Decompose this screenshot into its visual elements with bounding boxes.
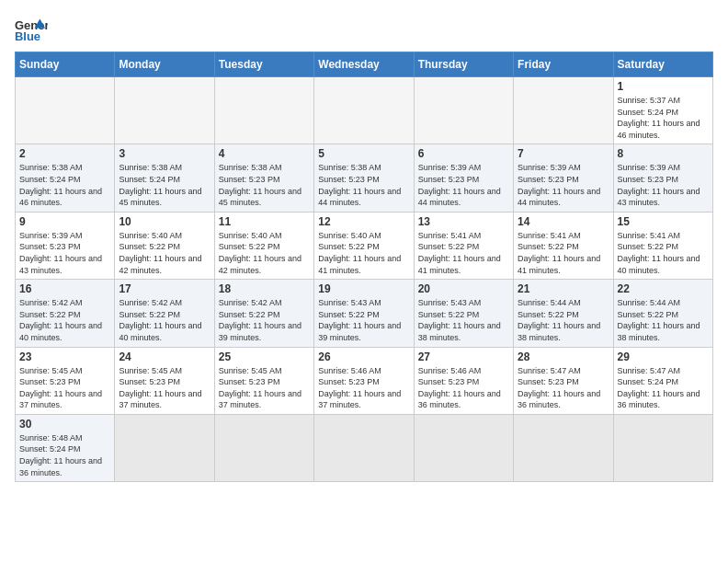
logo: General Blue	[15, 15, 48, 44]
calendar-week-row: 16Sunrise: 5:42 AMSunset: 5:22 PMDayligh…	[16, 280, 713, 347]
calendar-day-cell: 13Sunrise: 5:41 AMSunset: 5:22 PMDayligh…	[414, 212, 513, 279]
calendar-day-cell	[414, 414, 513, 481]
day-info: Sunrise: 5:44 AMSunset: 5:22 PMDaylight:…	[518, 297, 609, 343]
svg-text:Blue: Blue	[15, 29, 40, 43]
calendar: SundayMondayTuesdayWednesdayThursdayFrid…	[15, 52, 713, 482]
weekday-header: Sunday	[16, 52, 115, 77]
calendar-day-cell: 25Sunrise: 5:45 AMSunset: 5:23 PMDayligh…	[214, 347, 313, 414]
day-info: Sunrise: 5:47 AMSunset: 5:23 PMDaylight:…	[518, 365, 609, 411]
header: General Blue	[15, 15, 713, 44]
calendar-day-cell	[314, 77, 414, 144]
day-info: Sunrise: 5:46 AMSunset: 5:23 PMDaylight:…	[318, 365, 409, 411]
day-info: Sunrise: 5:39 AMSunset: 5:23 PMDaylight:…	[518, 162, 609, 208]
calendar-day-cell: 23Sunrise: 5:45 AMSunset: 5:23 PMDayligh…	[16, 347, 115, 414]
day-number: 21	[518, 282, 609, 295]
day-number: 3	[119, 147, 210, 160]
day-info: Sunrise: 5:43 AMSunset: 5:22 PMDaylight:…	[318, 297, 409, 343]
day-number: 16	[19, 282, 110, 295]
calendar-day-cell: 21Sunrise: 5:44 AMSunset: 5:22 PMDayligh…	[514, 280, 613, 347]
calendar-day-cell: 16Sunrise: 5:42 AMSunset: 5:22 PMDayligh…	[16, 280, 115, 347]
day-number: 17	[119, 282, 210, 295]
calendar-day-cell: 8Sunrise: 5:39 AMSunset: 5:23 PMDaylight…	[613, 144, 712, 212]
calendar-day-cell	[514, 77, 613, 144]
calendar-day-cell	[514, 414, 613, 481]
day-info: Sunrise: 5:38 AMSunset: 5:23 PMDaylight:…	[318, 162, 409, 208]
calendar-day-cell: 19Sunrise: 5:43 AMSunset: 5:22 PMDayligh…	[314, 280, 414, 347]
calendar-day-cell: 28Sunrise: 5:47 AMSunset: 5:23 PMDayligh…	[514, 347, 613, 414]
day-info: Sunrise: 5:41 AMSunset: 5:22 PMDaylight:…	[518, 230, 609, 276]
calendar-week-row: 9Sunrise: 5:39 AMSunset: 5:23 PMDaylight…	[16, 212, 713, 279]
day-info: Sunrise: 5:45 AMSunset: 5:23 PMDaylight:…	[219, 365, 310, 411]
calendar-day-cell: 20Sunrise: 5:43 AMSunset: 5:22 PMDayligh…	[414, 280, 513, 347]
day-number: 25	[219, 350, 310, 363]
calendar-day-cell: 18Sunrise: 5:42 AMSunset: 5:22 PMDayligh…	[214, 280, 313, 347]
day-number: 27	[418, 350, 509, 363]
calendar-day-cell: 7Sunrise: 5:39 AMSunset: 5:23 PMDaylight…	[514, 144, 613, 212]
day-number: 10	[119, 215, 210, 228]
day-number: 15	[618, 215, 709, 228]
day-info: Sunrise: 5:42 AMSunset: 5:22 PMDaylight:…	[219, 297, 310, 343]
calendar-day-cell: 24Sunrise: 5:45 AMSunset: 5:23 PMDayligh…	[115, 347, 214, 414]
day-number: 28	[518, 350, 609, 363]
day-info: Sunrise: 5:40 AMSunset: 5:22 PMDaylight:…	[318, 230, 409, 276]
calendar-day-cell	[16, 77, 115, 144]
weekday-header: Friday	[514, 52, 613, 77]
calendar-day-cell: 15Sunrise: 5:41 AMSunset: 5:22 PMDayligh…	[613, 212, 712, 279]
weekday-header: Saturday	[613, 52, 712, 77]
day-info: Sunrise: 5:38 AMSunset: 5:24 PMDaylight:…	[119, 162, 210, 208]
day-number: 9	[19, 215, 110, 228]
calendar-day-cell	[214, 414, 313, 481]
calendar-day-cell: 29Sunrise: 5:47 AMSunset: 5:24 PMDayligh…	[613, 347, 712, 414]
day-number: 29	[618, 350, 709, 363]
day-number: 5	[318, 147, 409, 160]
calendar-day-cell: 6Sunrise: 5:39 AMSunset: 5:23 PMDaylight…	[414, 144, 513, 212]
calendar-day-cell: 1Sunrise: 5:37 AMSunset: 5:24 PMDaylight…	[613, 77, 712, 144]
calendar-day-cell: 26Sunrise: 5:46 AMSunset: 5:23 PMDayligh…	[314, 347, 414, 414]
weekday-header: Tuesday	[214, 52, 313, 77]
day-info: Sunrise: 5:39 AMSunset: 5:23 PMDaylight:…	[418, 162, 509, 208]
calendar-day-cell: 12Sunrise: 5:40 AMSunset: 5:22 PMDayligh…	[314, 212, 414, 279]
calendar-day-cell	[613, 414, 712, 481]
calendar-day-cell	[414, 77, 513, 144]
day-info: Sunrise: 5:42 AMSunset: 5:22 PMDaylight:…	[119, 297, 210, 343]
day-number: 2	[19, 147, 110, 160]
calendar-day-cell: 14Sunrise: 5:41 AMSunset: 5:22 PMDayligh…	[514, 212, 613, 279]
calendar-header-row: SundayMondayTuesdayWednesdayThursdayFrid…	[16, 52, 713, 77]
day-info: Sunrise: 5:42 AMSunset: 5:22 PMDaylight:…	[19, 297, 110, 343]
calendar-day-cell: 27Sunrise: 5:46 AMSunset: 5:23 PMDayligh…	[414, 347, 513, 414]
day-number: 23	[19, 350, 110, 363]
day-info: Sunrise: 5:43 AMSunset: 5:22 PMDaylight:…	[418, 297, 509, 343]
calendar-day-cell: 10Sunrise: 5:40 AMSunset: 5:22 PMDayligh…	[115, 212, 214, 279]
calendar-day-cell: 2Sunrise: 5:38 AMSunset: 5:24 PMDaylight…	[16, 144, 115, 212]
calendar-day-cell: 22Sunrise: 5:44 AMSunset: 5:22 PMDayligh…	[613, 280, 712, 347]
day-number: 11	[219, 215, 310, 228]
day-info: Sunrise: 5:47 AMSunset: 5:24 PMDaylight:…	[618, 365, 709, 411]
weekday-header: Thursday	[414, 52, 513, 77]
day-info: Sunrise: 5:37 AMSunset: 5:24 PMDaylight:…	[618, 95, 709, 141]
calendar-week-row: 1Sunrise: 5:37 AMSunset: 5:24 PMDaylight…	[16, 77, 713, 144]
day-info: Sunrise: 5:41 AMSunset: 5:22 PMDaylight:…	[618, 230, 709, 276]
day-info: Sunrise: 5:38 AMSunset: 5:24 PMDaylight:…	[19, 162, 110, 208]
calendar-day-cell	[314, 414, 414, 481]
day-number: 7	[518, 147, 609, 160]
day-number: 12	[318, 215, 409, 228]
calendar-day-cell	[115, 414, 214, 481]
day-info: Sunrise: 5:45 AMSunset: 5:23 PMDaylight:…	[119, 365, 210, 411]
weekday-header: Monday	[115, 52, 214, 77]
day-number: 20	[418, 282, 509, 295]
day-info: Sunrise: 5:41 AMSunset: 5:22 PMDaylight:…	[418, 230, 509, 276]
calendar-day-cell	[115, 77, 214, 144]
day-number: 22	[618, 282, 709, 295]
day-info: Sunrise: 5:48 AMSunset: 5:24 PMDaylight:…	[19, 432, 110, 478]
day-info: Sunrise: 5:45 AMSunset: 5:23 PMDaylight:…	[19, 365, 110, 411]
day-info: Sunrise: 5:44 AMSunset: 5:22 PMDaylight:…	[618, 297, 709, 343]
day-number: 26	[318, 350, 409, 363]
calendar-day-cell: 11Sunrise: 5:40 AMSunset: 5:22 PMDayligh…	[214, 212, 313, 279]
day-number: 8	[618, 147, 709, 160]
day-number: 19	[318, 282, 409, 295]
day-number: 14	[518, 215, 609, 228]
day-number: 30	[19, 418, 110, 431]
day-number: 18	[219, 282, 310, 295]
weekday-header: Wednesday	[314, 52, 414, 77]
calendar-week-row: 23Sunrise: 5:45 AMSunset: 5:23 PMDayligh…	[16, 347, 713, 414]
